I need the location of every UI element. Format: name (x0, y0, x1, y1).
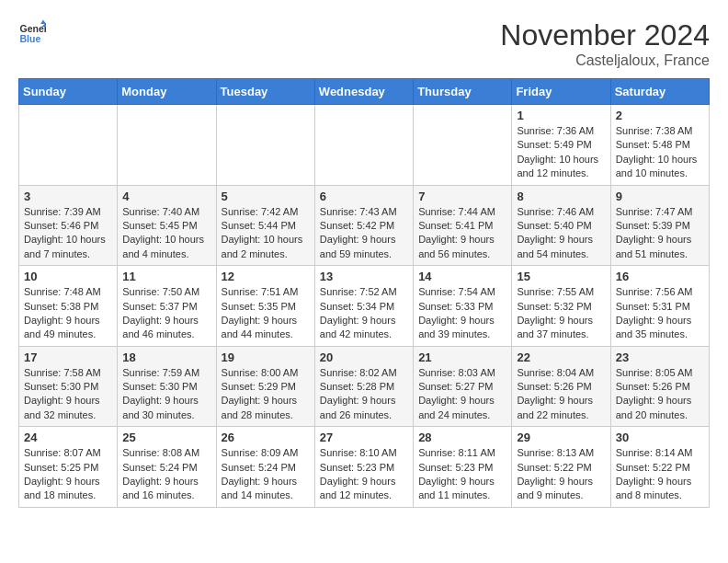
day-number: 14 (418, 270, 506, 283)
calendar-cell: 13Sunrise: 7:52 AM Sunset: 5:34 PM Dayli… (314, 266, 413, 347)
day-number: 26 (222, 431, 310, 444)
calendar-cell: 21Sunrise: 8:03 AM Sunset: 5:27 PM Dayli… (414, 346, 512, 427)
day-number: 29 (517, 431, 605, 444)
day-info: Sunrise: 8:08 AM Sunset: 5:24 PM Dayligh… (122, 446, 210, 503)
day-number: 20 (320, 350, 408, 364)
title-block: November 2024 Casteljaloux, France (500, 18, 710, 69)
day-info: Sunrise: 7:36 AM Sunset: 5:49 PM Dayligh… (517, 124, 605, 181)
day-number: 9 (616, 190, 704, 203)
calendar-cell: 30Sunrise: 8:14 AM Sunset: 5:22 PM Dayli… (610, 427, 709, 508)
calendar-week-row: 1Sunrise: 7:36 AM Sunset: 5:49 PM Daylig… (19, 105, 710, 186)
day-number: 10 (24, 270, 112, 283)
day-number: 5 (222, 190, 310, 203)
day-number: 18 (122, 350, 210, 364)
calendar-cell (216, 105, 314, 186)
calendar-week-row: 10Sunrise: 7:48 AM Sunset: 5:38 PM Dayli… (19, 266, 710, 347)
calendar-table: SundayMondayTuesdayWednesdayThursdayFrid… (18, 78, 710, 508)
day-header-thursday: Thursday (414, 79, 512, 105)
day-number: 2 (616, 109, 704, 122)
day-info: Sunrise: 8:04 AM Sunset: 5:26 PM Dayligh… (517, 366, 605, 423)
day-info: Sunrise: 7:40 AM Sunset: 5:45 PM Dayligh… (122, 205, 210, 262)
svg-text:Blue: Blue (20, 33, 41, 44)
day-number: 28 (418, 431, 506, 444)
day-info: Sunrise: 7:47 AM Sunset: 5:39 PM Dayligh… (616, 205, 704, 262)
calendar-cell: 24Sunrise: 8:07 AM Sunset: 5:25 PM Dayli… (19, 427, 118, 508)
day-number: 4 (122, 190, 210, 203)
day-info: Sunrise: 7:46 AM Sunset: 5:40 PM Dayligh… (517, 205, 605, 262)
day-number: 13 (320, 270, 408, 283)
day-header-monday: Monday (118, 79, 216, 105)
day-number: 24 (24, 431, 112, 444)
day-number: 22 (517, 350, 605, 364)
day-info: Sunrise: 8:07 AM Sunset: 5:25 PM Dayligh… (24, 446, 112, 503)
day-number: 17 (24, 350, 112, 364)
calendar-cell: 3Sunrise: 7:39 AM Sunset: 5:46 PM Daylig… (19, 185, 118, 266)
calendar-cell: 11Sunrise: 7:50 AM Sunset: 5:37 PM Dayli… (118, 266, 216, 347)
calendar-cell: 2Sunrise: 7:38 AM Sunset: 5:48 PM Daylig… (610, 105, 709, 186)
calendar-cell: 29Sunrise: 8:13 AM Sunset: 5:22 PM Dayli… (512, 427, 610, 508)
day-number: 7 (418, 190, 506, 203)
day-info: Sunrise: 7:55 AM Sunset: 5:32 PM Dayligh… (517, 285, 605, 342)
day-number: 27 (320, 431, 408, 444)
calendar-cell (414, 105, 512, 186)
day-info: Sunrise: 7:48 AM Sunset: 5:38 PM Dayligh… (24, 285, 112, 342)
calendar-cell: 1Sunrise: 7:36 AM Sunset: 5:49 PM Daylig… (512, 105, 610, 186)
calendar-cell: 25Sunrise: 8:08 AM Sunset: 5:24 PM Dayli… (118, 427, 216, 508)
logo: General Blue (18, 18, 46, 46)
calendar-week-row: 3Sunrise: 7:39 AM Sunset: 5:46 PM Daylig… (19, 185, 710, 266)
calendar-cell: 16Sunrise: 7:56 AM Sunset: 5:31 PM Dayli… (610, 266, 709, 347)
day-number: 8 (517, 190, 605, 203)
day-number: 23 (616, 350, 704, 364)
day-info: Sunrise: 7:44 AM Sunset: 5:41 PM Dayligh… (418, 205, 506, 262)
calendar-cell: 18Sunrise: 7:59 AM Sunset: 5:30 PM Dayli… (118, 346, 216, 427)
day-info: Sunrise: 7:56 AM Sunset: 5:31 PM Dayligh… (616, 285, 704, 342)
month-title: November 2024 (500, 18, 710, 52)
calendar-cell: 19Sunrise: 8:00 AM Sunset: 5:29 PM Dayli… (216, 346, 314, 427)
calendar-cell: 17Sunrise: 7:58 AM Sunset: 5:30 PM Dayli… (19, 346, 118, 427)
calendar-cell (118, 105, 216, 186)
day-info: Sunrise: 7:39 AM Sunset: 5:46 PM Dayligh… (24, 205, 112, 262)
day-number: 11 (122, 270, 210, 283)
calendar-cell: 27Sunrise: 8:10 AM Sunset: 5:23 PM Dayli… (314, 427, 413, 508)
day-info: Sunrise: 8:05 AM Sunset: 5:26 PM Dayligh… (616, 366, 704, 423)
calendar-cell (19, 105, 118, 186)
day-info: Sunrise: 7:51 AM Sunset: 5:35 PM Dayligh… (222, 285, 310, 342)
calendar-cell: 5Sunrise: 7:42 AM Sunset: 5:44 PM Daylig… (216, 185, 314, 266)
logo-icon: General Blue (18, 18, 46, 46)
calendar-cell: 6Sunrise: 7:43 AM Sunset: 5:42 PM Daylig… (314, 185, 413, 266)
day-info: Sunrise: 7:43 AM Sunset: 5:42 PM Dayligh… (320, 205, 408, 262)
day-header-friday: Friday (512, 79, 610, 105)
day-info: Sunrise: 8:00 AM Sunset: 5:29 PM Dayligh… (222, 366, 310, 423)
day-info: Sunrise: 7:54 AM Sunset: 5:33 PM Dayligh… (418, 285, 506, 342)
day-number: 16 (616, 270, 704, 283)
day-info: Sunrise: 7:42 AM Sunset: 5:44 PM Dayligh… (222, 205, 310, 262)
calendar-cell: 15Sunrise: 7:55 AM Sunset: 5:32 PM Dayli… (512, 266, 610, 347)
calendar-cell: 12Sunrise: 7:51 AM Sunset: 5:35 PM Dayli… (216, 266, 314, 347)
calendar-cell: 14Sunrise: 7:54 AM Sunset: 5:33 PM Dayli… (414, 266, 512, 347)
day-number: 15 (517, 270, 605, 283)
day-info: Sunrise: 8:13 AM Sunset: 5:22 PM Dayligh… (517, 446, 605, 503)
day-header-tuesday: Tuesday (216, 79, 314, 105)
day-info: Sunrise: 8:02 AM Sunset: 5:28 PM Dayligh… (320, 366, 408, 423)
day-info: Sunrise: 8:10 AM Sunset: 5:23 PM Dayligh… (320, 446, 408, 503)
day-info: Sunrise: 7:58 AM Sunset: 5:30 PM Dayligh… (24, 366, 112, 423)
calendar-cell: 22Sunrise: 8:04 AM Sunset: 5:26 PM Dayli… (512, 346, 610, 427)
calendar-cell: 28Sunrise: 8:11 AM Sunset: 5:23 PM Dayli… (414, 427, 512, 508)
day-info: Sunrise: 7:38 AM Sunset: 5:48 PM Dayligh… (616, 124, 704, 181)
day-number: 21 (418, 350, 506, 364)
location: Casteljaloux, France (500, 52, 710, 69)
day-number: 1 (517, 109, 605, 122)
day-number: 30 (616, 431, 704, 444)
calendar-cell: 4Sunrise: 7:40 AM Sunset: 5:45 PM Daylig… (118, 185, 216, 266)
day-number: 12 (222, 270, 310, 283)
calendar-cell: 20Sunrise: 8:02 AM Sunset: 5:28 PM Dayli… (314, 346, 413, 427)
svg-marker-2 (40, 20, 46, 25)
day-header-wednesday: Wednesday (314, 79, 413, 105)
day-number: 25 (122, 431, 210, 444)
day-info: Sunrise: 7:50 AM Sunset: 5:37 PM Dayligh… (122, 285, 210, 342)
calendar-cell: 9Sunrise: 7:47 AM Sunset: 5:39 PM Daylig… (610, 185, 709, 266)
calendar-cell: 23Sunrise: 8:05 AM Sunset: 5:26 PM Dayli… (610, 346, 709, 427)
calendar-cell: 26Sunrise: 8:09 AM Sunset: 5:24 PM Dayli… (216, 427, 314, 508)
day-info: Sunrise: 7:59 AM Sunset: 5:30 PM Dayligh… (122, 366, 210, 423)
day-number: 3 (24, 190, 112, 203)
